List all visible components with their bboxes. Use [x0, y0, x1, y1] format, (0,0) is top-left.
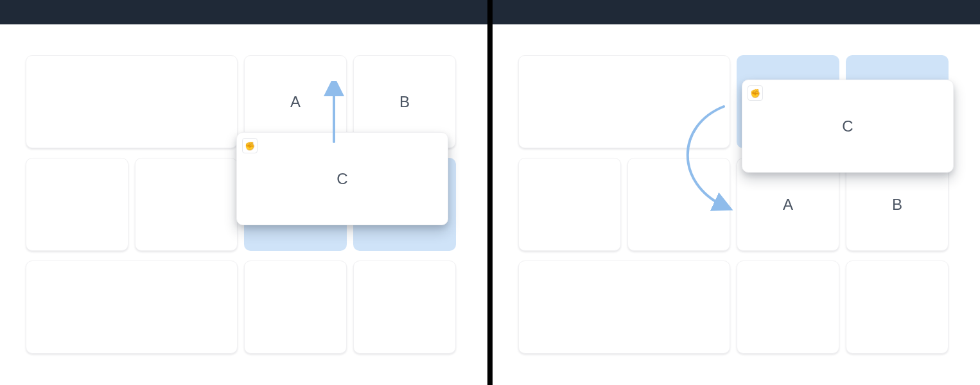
card-blank[interactable]	[846, 261, 949, 354]
grab-glyph: ✊	[750, 89, 760, 98]
top-bar	[0, 0, 487, 24]
card-label: B	[892, 196, 902, 214]
card-label: C	[337, 170, 347, 188]
card-blank[interactable]	[518, 261, 730, 354]
card-blank[interactable]	[135, 158, 238, 251]
top-bar	[493, 0, 980, 24]
card-large-blank[interactable]	[26, 55, 238, 148]
card-blank[interactable]	[353, 261, 456, 354]
card-label: A	[783, 196, 793, 214]
card-blank[interactable]	[244, 261, 347, 354]
card-blank[interactable]	[518, 158, 621, 251]
card-large-blank[interactable]	[518, 55, 730, 148]
grab-icon: ✊	[748, 85, 763, 101]
panel-before: A B ✊ C	[0, 0, 487, 385]
card-blank[interactable]	[737, 261, 839, 354]
grab-icon: ✊	[242, 138, 258, 153]
card-label: A	[290, 93, 301, 111]
card-label: B	[399, 93, 410, 111]
dragged-card-c[interactable]: ✊ C	[742, 80, 954, 173]
card-blank[interactable]	[26, 158, 128, 251]
card-label: C	[842, 117, 853, 135]
card-blank[interactable]	[26, 261, 238, 354]
panel-after: A B ✊ C	[493, 0, 980, 385]
grab-glyph: ✊	[245, 141, 255, 151]
card-blank[interactable]	[627, 158, 730, 251]
dragged-card-c[interactable]: ✊ C	[236, 132, 448, 225]
